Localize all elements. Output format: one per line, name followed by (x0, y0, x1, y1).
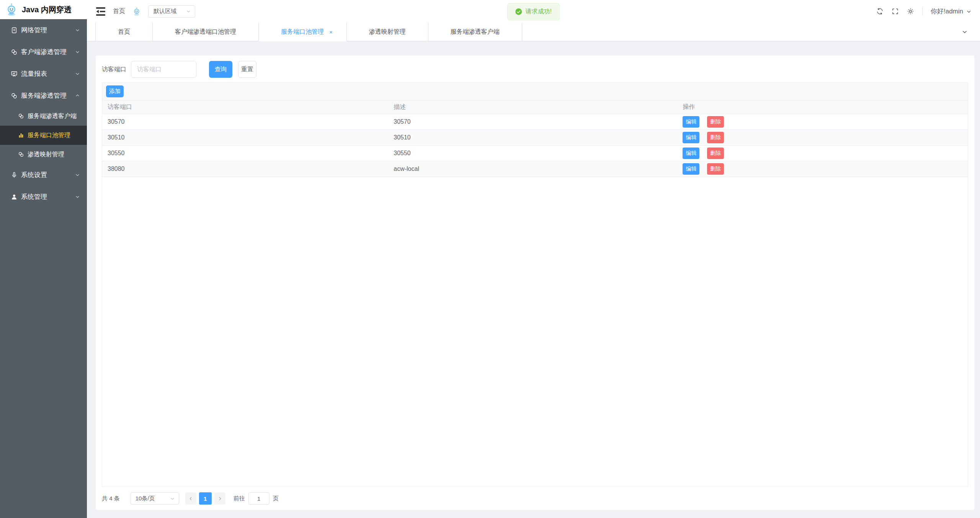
tab-label: 渗透映射管理 (369, 28, 406, 36)
pagination: 共 4 条 10条/页 1 前往 页 (102, 492, 968, 505)
page-size-select[interactable]: 10条/页 (131, 492, 179, 505)
tab-client-port-pool[interactable]: 客户端渗透端口池管理 (153, 23, 259, 41)
sidebar-item-network[interactable]: 网络管理 (0, 19, 87, 41)
refresh-icon[interactable] (876, 8, 884, 15)
tab-server-penetration-client[interactable]: 服务端渗透客户端 (428, 23, 522, 41)
microphone-icon (11, 172, 18, 179)
chevron-down-icon (75, 194, 80, 199)
success-toast: 请求成功! (507, 3, 560, 20)
toast-message: 请求成功! (526, 8, 552, 16)
cell-actions: 编辑 删除 (677, 132, 968, 143)
navbar: 首页 默认区域 (87, 0, 980, 23)
next-page-button[interactable] (214, 492, 225, 505)
table-row: 30510 30510 编辑 删除 (102, 130, 968, 146)
tab-label: 首页 (118, 28, 130, 36)
cell-desc: 30510 (388, 134, 677, 141)
delete-button[interactable]: 删除 (707, 116, 724, 128)
sidebar-subitem-penetration-mapping[interactable]: 渗透映射管理 (0, 145, 87, 164)
edit-button[interactable]: 编辑 (683, 116, 699, 128)
column-header-actions: 操作 (677, 103, 968, 111)
user-greeting: 你好!admin (931, 7, 963, 16)
sidebar-subitem-label: 服务端口池管理 (28, 131, 70, 139)
column-header-port: 访客端口 (102, 103, 388, 111)
table-container: 添加 访客端口 描述 操作 30570 30570 编辑 删除 30510 (102, 82, 968, 487)
cell-port: 30550 (102, 150, 388, 157)
delete-button[interactable]: 删除 (707, 132, 724, 143)
link-icon (18, 151, 24, 157)
tab-label: 服务端渗透客户端 (451, 28, 500, 36)
add-button[interactable]: 添加 (106, 85, 124, 97)
bar-chart-icon (18, 132, 24, 138)
goto-label: 前往 (234, 495, 245, 502)
cell-actions: 编辑 删除 (677, 116, 968, 128)
cell-desc: 30550 (388, 150, 677, 157)
sidebar-item-label: 系统设置 (21, 170, 75, 179)
pagination-total: 共 4 条 (102, 495, 120, 502)
table-header-row: 访客端口 描述 操作 (102, 100, 968, 114)
sidebar-item-traffic-report[interactable]: 流量报表 (0, 63, 87, 85)
sidebar-item-label: 流量报表 (21, 69, 75, 78)
sidebar-item-system-settings[interactable]: 系统设置 (0, 164, 87, 186)
chevron-down-icon (186, 9, 191, 14)
delete-button[interactable]: 删除 (707, 148, 724, 159)
tab-close-icon[interactable]: × (329, 29, 333, 35)
table-toolbar: 添加 (102, 83, 968, 100)
navbar-right: 你好!admin (876, 7, 972, 16)
filter-form: 访客端口 查询 重置 (102, 61, 968, 78)
goto-page-input[interactable] (248, 492, 270, 505)
chevron-down-icon (75, 28, 80, 33)
column-header-desc: 描述 (388, 103, 677, 111)
delete-button[interactable]: 删除 (707, 163, 724, 175)
cell-actions: 编辑 删除 (677, 148, 968, 159)
reset-button[interactable]: 重置 (238, 61, 256, 78)
link-icon (11, 49, 18, 56)
edit-button[interactable]: 编辑 (683, 163, 699, 175)
app-logo-robot-icon (5, 3, 18, 16)
edit-button[interactable]: 编辑 (683, 132, 699, 143)
logo-bar: Java 内网穿透 (0, 0, 87, 19)
sidebar-menu: 网络管理 客户端渗透管理 流量报表 服务端渗透管理 (0, 19, 87, 518)
check-circle-icon (515, 8, 522, 15)
sidebar-item-server-penetration[interactable]: 服务端渗透管理 (0, 85, 87, 107)
sidebar-item-system-management[interactable]: 系统管理 (0, 186, 87, 208)
prev-page-button[interactable] (185, 492, 196, 505)
sidebar-collapse-icon[interactable] (95, 7, 106, 16)
cell-port: 30510 (102, 134, 388, 141)
tab-penetration-mapping[interactable]: 渗透映射管理 (347, 23, 428, 41)
robot-icon (132, 7, 141, 16)
sidebar-item-client-penetration[interactable]: 客户端渗透管理 (0, 41, 87, 63)
table-row: 38080 acw-local 编辑 删除 (102, 161, 968, 177)
breadcrumb[interactable]: 首页 (113, 7, 125, 15)
tab-home[interactable]: 首页 (95, 23, 153, 41)
edit-button[interactable]: 编辑 (683, 148, 699, 159)
sidebar-subitem-server-port-pool[interactable]: 服务端口池管理 (0, 126, 87, 145)
region-select-value: 默认区域 (154, 8, 186, 15)
chevron-down-icon (962, 29, 968, 35)
chevron-down-icon (75, 49, 80, 54)
fullscreen-icon[interactable] (892, 8, 899, 15)
sidebar-subitem-label: 服务端渗透客户端 (28, 112, 77, 120)
region-select[interactable]: 默认区域 (148, 5, 195, 18)
cell-desc: acw-local (388, 166, 677, 172)
tabs-dropdown-toggle[interactable] (962, 23, 980, 41)
cell-port: 38080 (102, 166, 388, 172)
sidebar-item-label: 服务端渗透管理 (21, 91, 75, 100)
tab-server-port-pool[interactable]: 服务端口池管理 × (259, 23, 347, 41)
sidebar-item-label: 客户端渗透管理 (21, 48, 75, 56)
chevron-down-icon (75, 71, 80, 76)
visitor-port-input[interactable] (131, 61, 196, 78)
page-number-button[interactable]: 1 (199, 492, 212, 505)
query-button[interactable]: 查询 (209, 61, 232, 78)
table-empty-space (102, 177, 968, 487)
cell-desc: 30570 (388, 118, 677, 125)
sidebar: Java 内网穿透 网络管理 客户端渗透管理 流量报表 (0, 0, 87, 518)
link-icon (11, 92, 18, 99)
table-row: 30550 30550 编辑 删除 (102, 146, 968, 161)
sidebar-item-label: 网络管理 (21, 26, 75, 34)
table-row: 30570 30570 编辑 删除 (102, 114, 968, 130)
page-size-value: 10条/页 (136, 495, 170, 502)
sidebar-subitem-server-penetration-client[interactable]: 服务端渗透客户端 (0, 107, 87, 126)
navbar-left: 首页 默认区域 (95, 5, 195, 18)
theme-icon[interactable] (907, 8, 914, 15)
user-menu[interactable]: 你好!admin (931, 7, 972, 16)
